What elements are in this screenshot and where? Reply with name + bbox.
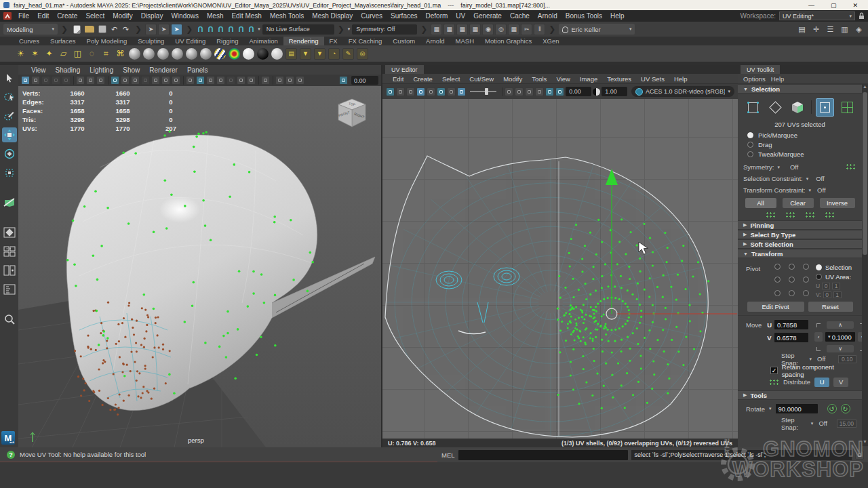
distortion-metric-icon[interactable] (505, 87, 513, 96)
pivot-position-grid[interactable] (774, 264, 809, 298)
shelf-tab[interactable]: FX Caching (343, 37, 388, 45)
ai-flat-icon[interactable] (271, 48, 283, 60)
shelf-tab[interactable]: MASH (450, 37, 479, 45)
select-hierarchy-icon[interactable]: ➤ (145, 24, 157, 35)
move-u-field[interactable]: 0.7858 (774, 320, 808, 329)
uv-contrast-field[interactable]: 1.00 (601, 87, 627, 96)
frame-selection-icon[interactable] (535, 87, 544, 96)
sep[interactable] (182, 76, 184, 85)
menu-item[interactable]: Help (606, 12, 629, 20)
shelf-tab[interactable]: Poly Modeling (81, 37, 133, 45)
channel-box-icon[interactable]: ◈ (853, 24, 865, 35)
launch-app-icon[interactable]: ▦ (508, 24, 519, 35)
move-step-field[interactable]: ▾0.1000 (825, 332, 855, 342)
move-down-button[interactable]: ∨ (827, 345, 854, 352)
menu-item[interactable]: File (14, 12, 33, 20)
rotate-cw-button[interactable]: ↻ (841, 404, 850, 413)
vertex-selection-icon[interactable] (744, 98, 762, 117)
select-tool-icon[interactable] (2, 70, 17, 85)
render-frame-icon[interactable]: ▼ (300, 48, 311, 60)
symmetry-field[interactable]: Symmetry: Off (352, 24, 417, 35)
panel-menu-item[interactable]: Renderer (144, 66, 182, 74)
sep[interactable] (106, 76, 109, 85)
grid-display-icon[interactable] (416, 87, 425, 96)
symmetry-row[interactable]: Symmetry:▾ Off (738, 161, 862, 173)
menu-item[interactable]: Deform (422, 12, 452, 20)
2d-pan-zoom-icon[interactable] (76, 76, 85, 85)
menu-set-select[interactable]: Modeling▾ (3, 24, 58, 35)
undo-icon[interactable]: ↶ (108, 24, 120, 35)
point-light-icon[interactable]: ☀ (15, 48, 26, 60)
render-sequence-icon[interactable]: ▼ (314, 48, 326, 60)
camera-icon[interactable]: ⌗ (100, 48, 112, 60)
select-all-button[interactable]: All (745, 198, 776, 208)
surface-shader-icon[interactable] (186, 48, 197, 60)
open-scene-icon[interactable] (85, 26, 94, 33)
standard-surface-icon[interactable] (129, 48, 140, 60)
layout-four-pane-button[interactable] (2, 244, 17, 259)
uv-menu-item[interactable]: Modify (498, 75, 527, 83)
uv-camera-icon[interactable] (457, 87, 466, 96)
menu-item[interactable]: Edit Mesh (227, 12, 265, 20)
uv-menu-item[interactable]: Image (575, 75, 602, 83)
toolkit-menu-item[interactable]: Options (743, 75, 771, 83)
move-tool-icon[interactable] (2, 127, 17, 142)
image-plane-icon[interactable] (62, 76, 71, 85)
move-v-field[interactable]: 0.6578 (774, 333, 808, 342)
shelf-tab[interactable]: Surfaces (45, 37, 81, 45)
tools-section-header[interactable]: ▶Tools (738, 390, 862, 400)
save-scene-icon[interactable] (98, 25, 106, 33)
reset-pivot-button[interactable]: Reset (808, 302, 853, 312)
menu-item[interactable]: UV (452, 12, 469, 20)
menu-item[interactable]: Arnold (534, 12, 561, 20)
film-gate-icon[interactable] (121, 76, 130, 85)
edit-pivot-button[interactable]: Edit Pivot (747, 302, 804, 312)
mel-label[interactable]: MEL (441, 451, 455, 459)
menu-item[interactable]: Mesh Display (308, 12, 357, 20)
layered-shader-icon[interactable] (200, 48, 212, 60)
panel-menu-item[interactable]: Shading (51, 66, 85, 74)
pixel-snap-icon[interactable] (427, 87, 435, 96)
edge-selection-icon[interactable] (766, 98, 785, 117)
retain-spacing-row[interactable]: ✓ Retain component spacing (738, 365, 862, 376)
menu-item[interactable]: Windows (167, 12, 203, 20)
field-chart-icon[interactable] (151, 76, 160, 85)
mel-input[interactable] (458, 450, 628, 460)
uv-distortion-icon[interactable] (386, 87, 395, 96)
phong-material-icon[interactable] (172, 48, 183, 60)
ramp-texture-icon[interactable] (229, 48, 240, 60)
uv-shell-selection-icon[interactable] (838, 98, 856, 117)
move-up-button[interactable]: ∧ (827, 321, 854, 329)
new-scene-icon[interactable] (73, 25, 81, 34)
move-left-button[interactable]: ‹ (814, 332, 823, 342)
panel-menu-item[interactable]: Panels (182, 66, 213, 74)
menu-item[interactable]: Create (53, 12, 81, 20)
sep[interactable] (271, 76, 274, 85)
refresh-uvs-icon[interactable] (545, 87, 554, 96)
shelf-tab[interactable]: Sculpting (132, 37, 170, 45)
panel-menu-item[interactable]: Lighting (85, 66, 118, 74)
sep[interactable] (257, 76, 260, 85)
view-cube[interactable]: TOP FRONT RIGHT (334, 96, 370, 132)
live-surface-field[interactable]: No Live Surface (262, 24, 334, 35)
close-button[interactable]: ✕ (852, 2, 858, 9)
view-transform-select[interactable]: ACES 1.0 SDR-video (sRGB) ▾ (631, 86, 734, 97)
rotate-tool-icon[interactable] (2, 146, 17, 161)
render-icon[interactable]: ▦ (456, 24, 468, 35)
shelf-tab[interactable]: Animation (243, 37, 283, 45)
uv-menu-item[interactable]: Create (408, 75, 437, 83)
ipr-icon[interactable]: ◔ (328, 48, 340, 60)
shelf-tab[interactable]: FX (324, 37, 343, 45)
clear-selection-button[interactable]: Clear (783, 198, 814, 208)
snap-point-icon[interactable]: U (216, 24, 225, 35)
uv-menu-item[interactable]: Edit (388, 75, 408, 83)
ai-shadow-matte-icon[interactable] (257, 48, 269, 60)
menu-item[interactable]: Mesh (203, 12, 227, 20)
checker-density-slider[interactable] (470, 91, 496, 92)
grid-icon[interactable] (111, 76, 119, 85)
raise-application-windows-icon[interactable]: ▤ (796, 24, 808, 35)
tool-settings-icon[interactable]: ▥ (839, 24, 850, 35)
uv-menu-item[interactable]: Tools (527, 75, 551, 83)
selection-mode-radio-drag[interactable]: Drag (738, 140, 862, 149)
menu-item[interactable]: Generate (469, 12, 506, 20)
